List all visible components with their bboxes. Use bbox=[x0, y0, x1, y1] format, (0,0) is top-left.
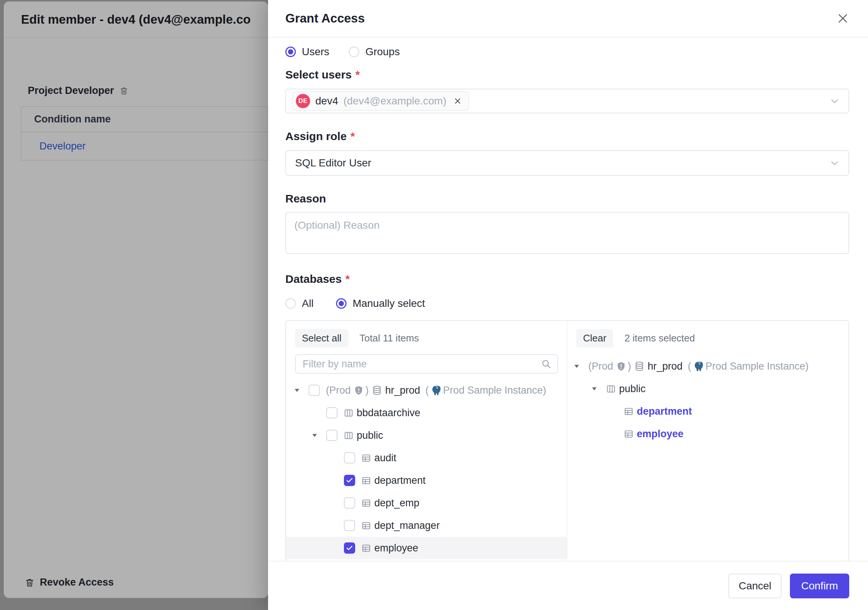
confirm-button[interactable]: Confirm bbox=[790, 574, 849, 598]
database-icon bbox=[372, 385, 382, 396]
selected-table-link[interactable]: employee bbox=[637, 428, 684, 440]
reason-label: Reason bbox=[285, 192, 326, 205]
filter-by-name-input[interactable] bbox=[295, 354, 558, 374]
radio-manually-select[interactable]: Manually select bbox=[336, 298, 425, 309]
radio-groups[interactable]: Groups bbox=[349, 46, 400, 58]
required-mark: * bbox=[350, 130, 355, 143]
user-chip: DE dev4 (dev4@example.com) bbox=[292, 91, 469, 111]
database-name: hr_prod bbox=[648, 360, 682, 372]
select-users-field[interactable]: DE dev4 (dev4@example.com) bbox=[285, 88, 849, 113]
table-name: audit bbox=[374, 452, 397, 464]
checkbox-public[interactable] bbox=[326, 430, 338, 441]
instance-name: Prod Sample Instance) bbox=[443, 385, 546, 396]
assign-role-value: SQL Editor User bbox=[295, 157, 371, 169]
selected-row-employee[interactable]: employee bbox=[567, 422, 848, 445]
postgresql-icon bbox=[430, 385, 442, 396]
check-icon bbox=[346, 544, 353, 552]
instance-label-open: ( bbox=[688, 360, 691, 372]
tree-row-dept-manager[interactable]: dept_manager bbox=[286, 514, 567, 537]
radio-users-label: Users bbox=[302, 46, 329, 58]
assign-role-label: Assign role bbox=[285, 130, 347, 143]
user-chip-name: dev4 bbox=[315, 95, 338, 107]
selected-count-label: 2 items selected bbox=[624, 332, 695, 344]
required-mark: * bbox=[346, 273, 350, 286]
selected-table-link[interactable]: department bbox=[637, 406, 692, 417]
close-icon bbox=[837, 12, 849, 25]
reason-textarea[interactable] bbox=[285, 212, 849, 254]
check-icon bbox=[346, 476, 353, 484]
schema-icon bbox=[606, 384, 616, 394]
tree-row-public[interactable]: public bbox=[286, 424, 567, 447]
table-icon bbox=[361, 453, 371, 463]
table-icon bbox=[624, 429, 634, 439]
tree-row-employee[interactable]: employee bbox=[286, 537, 567, 559]
env-label-close: ) bbox=[365, 385, 369, 396]
schema-name: public bbox=[356, 430, 383, 441]
chevron-down-icon bbox=[829, 157, 840, 169]
shield-icon bbox=[353, 385, 364, 396]
radio-all-databases[interactable]: All bbox=[285, 298, 313, 309]
tree-row-dept-emp[interactable]: dept_emp bbox=[286, 492, 567, 514]
table-name: dept_emp bbox=[374, 497, 419, 509]
assign-role-select[interactable]: SQL Editor User bbox=[285, 150, 849, 176]
remove-user-button[interactable] bbox=[453, 96, 462, 106]
checkbox-audit[interactable] bbox=[344, 452, 355, 464]
database-icon bbox=[634, 361, 645, 371]
schema-name: bbdataarchive bbox=[356, 407, 420, 419]
caret-down-icon[interactable] bbox=[591, 385, 606, 392]
picker-source-pane: Select all Total 11 items (Prod bbox=[286, 321, 567, 561]
table-name: dept_manager bbox=[374, 520, 440, 531]
tree-row-audit[interactable]: audit bbox=[286, 447, 567, 469]
radio-users-circle bbox=[285, 47, 296, 57]
selected-row-department[interactable]: department bbox=[567, 400, 848, 422]
drawer-title: Grant Access bbox=[285, 11, 365, 26]
clear-button[interactable]: Clear bbox=[576, 329, 613, 348]
cancel-button[interactable]: Cancel bbox=[728, 574, 782, 598]
database-picker: Select all Total 11 items (Prod bbox=[285, 320, 849, 562]
close-button[interactable] bbox=[837, 12, 849, 25]
scope-radio-group: Users Groups bbox=[285, 42, 849, 62]
radio-users[interactable]: Users bbox=[285, 46, 329, 58]
table-icon bbox=[361, 521, 371, 531]
table-icon bbox=[361, 498, 371, 508]
radio-groups-circle bbox=[349, 47, 359, 57]
tree-row-hr-prod[interactable]: (Prod ) hr_prod ( Prod Sample Instance) bbox=[286, 379, 567, 402]
select-all-button[interactable]: Select all bbox=[295, 329, 349, 348]
table-name: department bbox=[374, 475, 426, 486]
schema-name: public bbox=[619, 383, 646, 395]
user-chip-email: (dev4@example.com) bbox=[344, 95, 446, 107]
caret-down-icon[interactable] bbox=[573, 363, 588, 369]
grant-access-drawer: Grant Access Users Groups Select users *… bbox=[268, 0, 868, 610]
schema-icon bbox=[344, 408, 353, 418]
checkbox-bbdataarchive[interactable] bbox=[326, 407, 338, 418]
remove-icon bbox=[453, 96, 462, 106]
caret-down-icon[interactable] bbox=[311, 432, 326, 439]
table-icon bbox=[361, 475, 371, 486]
avatar: DE bbox=[296, 94, 310, 108]
required-mark: * bbox=[355, 68, 360, 81]
chevron-down-icon bbox=[829, 95, 840, 107]
total-items-label: Total 11 items bbox=[360, 332, 419, 344]
env-label-close: ) bbox=[628, 360, 631, 372]
selected-row-hr-prod[interactable]: (Prod ) hr_prod ( Prod Sample Instance) bbox=[567, 355, 848, 377]
radio-groups-label: Groups bbox=[365, 46, 400, 58]
caret-down-icon[interactable] bbox=[294, 387, 308, 394]
checkbox-dept-emp[interactable] bbox=[344, 497, 355, 509]
postgresql-icon bbox=[693, 360, 704, 372]
selected-tree: (Prod ) hr_prod ( Prod Sample Instance) bbox=[567, 355, 848, 445]
source-tree: (Prod ) hr_prod ( Prod Sample Instance) bbox=[286, 379, 567, 559]
search-icon bbox=[541, 359, 552, 369]
radio-all-label: All bbox=[302, 298, 313, 309]
instance-label-open: ( bbox=[425, 385, 429, 396]
checkbox-hr-prod[interactable] bbox=[308, 385, 320, 396]
instance-name: Prod Sample Instance) bbox=[705, 360, 809, 372]
tree-row-bbdataarchive[interactable]: bbdataarchive bbox=[286, 402, 567, 424]
selected-row-public[interactable]: public bbox=[567, 377, 848, 400]
table-name: employee bbox=[374, 542, 418, 554]
env-label: (Prod bbox=[326, 385, 351, 396]
checkbox-dept-manager[interactable] bbox=[344, 520, 355, 531]
table-icon bbox=[624, 407, 634, 416]
tree-row-department[interactable]: department bbox=[286, 469, 567, 492]
checkbox-employee[interactable] bbox=[344, 542, 355, 554]
checkbox-department[interactable] bbox=[344, 475, 355, 486]
